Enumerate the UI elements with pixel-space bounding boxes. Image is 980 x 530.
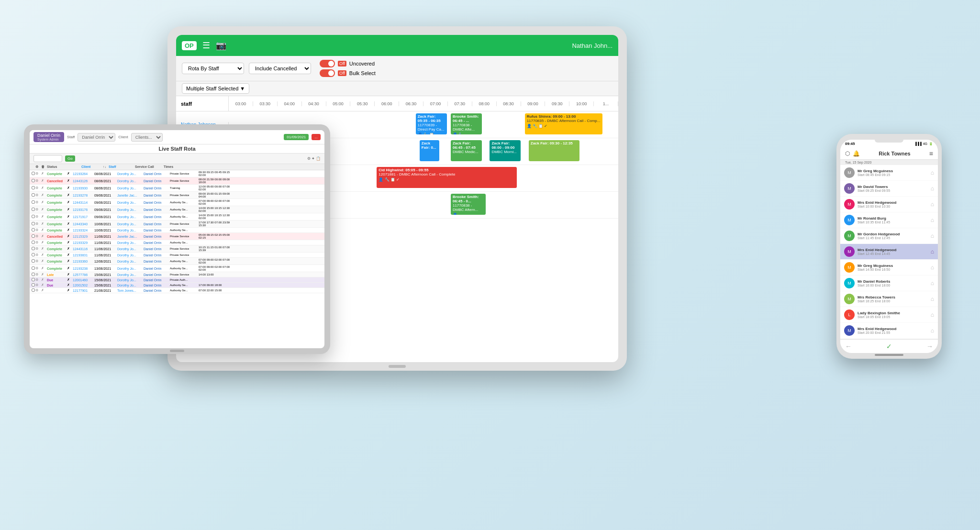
phone-time: 09:45 xyxy=(845,142,855,146)
slot-0600: 06:00 xyxy=(375,101,399,106)
item-info: Mrs Enid Hedgewood Start 20:00 End 21:55 xyxy=(858,327,928,334)
include-cancelled-select[interactable]: Include Cancelled xyxy=(249,63,311,74)
phone-check-icon[interactable]: ✓ xyxy=(886,342,892,350)
list-item[interactable]: M Mr Greg Mcguiness Start 08:45 End 09:1… xyxy=(840,165,938,180)
avatar: M xyxy=(844,199,855,210)
slot-0730: 07:30 xyxy=(448,101,472,106)
staff-column-header: staff xyxy=(176,96,229,111)
table-row[interactable]: ⚙ ✗ Due ✗ 12001502 15/06/2021 Dorothy Jo… xyxy=(30,283,324,288)
table-row[interactable]: ⚙ ✗ Cancelled ✗ 12443126 08/06/2021 Doro… xyxy=(30,177,324,185)
list-item[interactable]: M Mr Daniel Roberts Start 16:00 End 18:0… xyxy=(840,276,938,291)
phone-menu-icon[interactable]: ≡ xyxy=(929,150,933,157)
phone-username: Rick Townes xyxy=(879,151,910,156)
slot-0700: 07:00 xyxy=(423,101,448,106)
list-item[interactable]: L Lady Bexington Smithe Start 18:05 End … xyxy=(840,307,938,322)
table-row[interactable]: ⚙ ✗ Complete ✗ 12443340 10/06/2021 Dorot… xyxy=(30,221,324,228)
table-row[interactable]: ⚙ ✗ Complete ✗ 12443116 11/06/2021 Dorot… xyxy=(30,245,324,253)
table-row[interactable]: ⚙ ✗ Due ✗ 12001460 15/06/2021 Dorothy Jo… xyxy=(30,277,324,283)
table-row[interactable]: ⚙ ✗ ✗ 12177901 21/06/2021 Tom Jones... D… xyxy=(30,288,324,293)
table-row[interactable]: ⚙ ✗ Cancelled ✗ 12115329 11/06/2021 Jane… xyxy=(30,233,324,240)
item-house-icon: ⌂ xyxy=(931,311,934,318)
phone-list: M Mr Greg Mcguiness Start 08:45 End 09:1… xyxy=(840,165,938,339)
event-zack-0800[interactable]: Zack Fair: 08:00 - 09:00 DMBC Morni... xyxy=(490,140,521,161)
uncovered-label: Uncovered xyxy=(349,61,375,66)
rota-by-select[interactable]: Rota By Staff xyxy=(182,63,244,74)
event-zack-blue[interactable]: Zack Fair: 05:35 - 06:35 11770839 - Dire… xyxy=(416,113,447,134)
slot-0500: 05:00 xyxy=(326,101,351,106)
ipad-client-select[interactable]: Clients... xyxy=(131,133,163,142)
multiple-staff-button[interactable]: Multiple Staff Selected ▼ xyxy=(182,83,249,94)
event-zack-0930[interactable]: Zack Fair: 09:30 - 12:35 xyxy=(529,140,579,161)
icon-col-3: ↑↓ xyxy=(103,165,109,169)
ipad-go-button[interactable]: Go xyxy=(65,155,75,162)
item-info: Mrs Enid Hedgewood Start 10:00 End 10:30 xyxy=(858,200,928,208)
event-cid-red[interactable]: Cid Highwind: 05:05 - 09:55 12071881 - D… xyxy=(377,167,517,188)
ipad-device: Daniel Orrin System Admin Staff Daniel O… xyxy=(24,124,330,354)
tablet-header: OP ☰ 📷 Nathan John... xyxy=(176,35,618,56)
phone-app-header: ⬡ 🔔 Rick Townes ≡ xyxy=(840,148,938,160)
avatar: M xyxy=(844,231,855,241)
list-item[interactable]: M Mrs Rebecca Towers Start 16:25 End 18:… xyxy=(840,291,938,307)
item-info: Lady Bexington Smithe Start 18:05 End 19… xyxy=(858,311,928,319)
list-item[interactable]: M Mr Greg Mcguiness Start 14:50 End 16:5… xyxy=(840,260,938,275)
tablet-home-button[interactable] xyxy=(389,365,406,368)
phone-bell-icon[interactable]: 🔔 xyxy=(853,150,860,157)
phone-signals: ▐▐▐ 4G 🔋 xyxy=(914,142,933,146)
list-item[interactable]: M Mrs Enid Hedgewood Start 12:45 End 14:… xyxy=(840,244,938,259)
bulk-select-label: Bulk Select xyxy=(349,70,376,76)
table-row[interactable]: ⚙ ✗ Complete ✗ 12193831 11/06/2021 Dorot… xyxy=(30,253,324,258)
bulk-select-toggle[interactable] xyxy=(320,69,335,77)
slot-0430: 04:30 xyxy=(302,101,326,106)
table-row[interactable]: ⚙ ✗ Complete ✗ 12193329 11/06/2021 Dorot… xyxy=(30,240,324,245)
ipad-staff-select[interactable]: Daniel Orrin xyxy=(78,133,115,142)
table-row[interactable]: ⚙ ✗ Complete ✗ 12193238 13/06/2021 Dorot… xyxy=(30,265,324,272)
table-row[interactable]: ⚙ ✗ Complete ✗ 12443114 09/06/2021 Dorot… xyxy=(30,199,324,206)
table-row[interactable]: ⚙ ✗ Complete ✗ 12193360 12/06/2021 Dorot… xyxy=(30,258,324,265)
ipad-home-button[interactable] xyxy=(170,350,184,352)
slot-0630: 06:30 xyxy=(399,101,423,106)
menu-icon[interactable]: ☰ xyxy=(202,40,210,51)
item-name: Mr Daniel Roberts xyxy=(858,279,928,284)
list-item[interactable]: M Mr Ronald Burg Start 10:35 End 11:45 ⌂ xyxy=(840,212,938,228)
app-logo: OP xyxy=(182,41,197,50)
table-row[interactable]: ⚙ ✗ Complete ✗ 12193176 09/06/2021 Dorot… xyxy=(30,206,324,213)
ipad-filter-left[interactable] xyxy=(33,155,62,162)
battery-icon: 🔋 xyxy=(929,142,933,146)
table-row[interactable]: ⚙ ✗ Late ✗ 12577786 15/06/2021 Dorothy J… xyxy=(30,272,324,277)
event-brooke-green[interactable]: Brooke Smith: 06:45 - ... 11770838 - DMB… xyxy=(451,113,482,134)
list-item[interactable]: M Mrs Enid Hedgewood Start 20:00 End 21:… xyxy=(840,323,938,338)
phone-bottom-bar: ← ✓ → xyxy=(840,339,938,353)
phone-next-icon[interactable]: → xyxy=(926,342,933,350)
list-item[interactable]: M Mrs Enid Hedgewood Start 10:00 End 10:… xyxy=(840,197,938,212)
event-zack-6445[interactable]: Zack Fair: 06:45 - 07:45 DMBC Medic... xyxy=(451,140,482,161)
item-time: Start 09:25 End 09:55 xyxy=(858,189,928,192)
item-time: Start 18:05 End 19:05 xyxy=(858,315,928,319)
table-row[interactable]: ⚙ ✗ Complete ✗ 12193264 08/06/2021 Dorot… xyxy=(30,170,324,177)
table-row[interactable]: ⚙ ✗ Complete ✗ 12193324 10/06/2021 Dorot… xyxy=(30,228,324,233)
table-row[interactable]: ⚙ ✗ Complete ✗ 12171917 09/06/2021 Dorot… xyxy=(30,213,324,221)
phone-back-icon[interactable]: ⬡ xyxy=(845,150,850,157)
list-item[interactable]: M Mr Gordon Hedgewood Start 11:45 End 12… xyxy=(840,228,938,243)
item-time: Start 10:00 End 10:30 xyxy=(858,205,928,208)
slot-0530: 05:30 xyxy=(350,101,375,106)
table-row[interactable]: ⚙ ✗ Complete ✗ 12193278 09/06/2021 Janet… xyxy=(30,192,324,199)
item-name: Mr David Towers xyxy=(858,185,928,189)
action-cols xyxy=(67,165,81,169)
event-rufus-yellow[interactable]: Rufus Shinra: 09:00 - 13:00 11770835 - D… xyxy=(525,113,603,134)
table-row[interactable]: ⚙ ✗ Complete ✗ 12193930 08/06/2021 Dorot… xyxy=(30,185,324,192)
item-name: Mrs Enid Hedgewood xyxy=(858,200,928,205)
ipad-filter-icons: ⚙ ✦ 📋 xyxy=(307,156,321,161)
item-house-icon: ⌂ xyxy=(931,327,934,334)
item-house-icon: ⌂ xyxy=(931,217,934,223)
tablet-toolbar: Rota By Staff Include Cancelled Off Unco… xyxy=(176,56,618,81)
event-zack-small[interactable]: Zack Fair: 0... xyxy=(420,140,439,161)
phone-prev-icon[interactable]: ← xyxy=(845,342,852,350)
ipad-titlebar: Live Staff Rota xyxy=(30,144,324,154)
timeline-header: staff 03:00 03:30 04:00 04:30 05:00 05:3… xyxy=(176,96,618,111)
network-type: 4G xyxy=(923,142,927,145)
camera-icon[interactable]: 📷 xyxy=(216,40,226,51)
list-item[interactable]: M Mr David Towers Start 09:25 End 09:55 … xyxy=(840,181,938,196)
staff-col-header: Staff xyxy=(109,165,135,169)
event-brooke-small[interactable]: Brooke Smith: 06:45 - 0... 11770838 - DM… xyxy=(451,194,486,215)
uncovered-toggle[interactable] xyxy=(320,60,335,67)
